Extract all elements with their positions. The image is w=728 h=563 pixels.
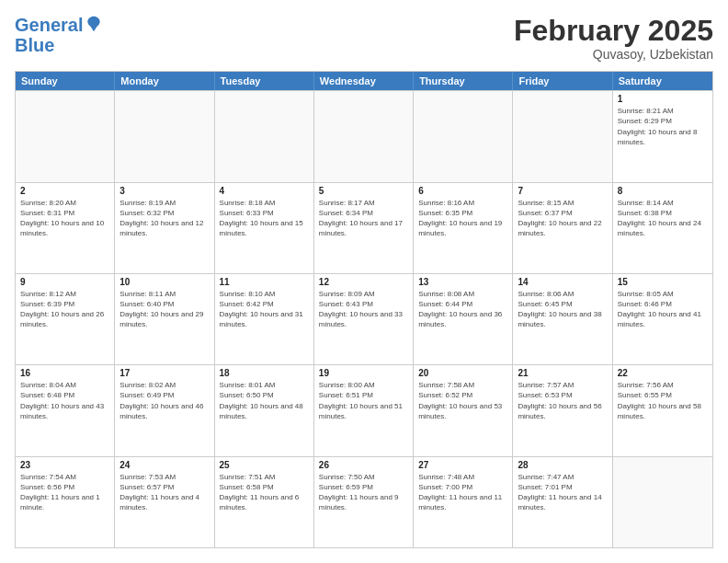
day-cell-empty-0-4 xyxy=(414,91,513,181)
day-cell-16: 16Sunrise: 8:04 AM Sunset: 6:48 PM Dayli… xyxy=(16,365,115,455)
calendar-row-4: 23Sunrise: 7:54 AM Sunset: 6:56 PM Dayli… xyxy=(16,456,712,547)
day-info: Sunrise: 7:58 AM Sunset: 6:52 PM Dayligh… xyxy=(418,380,507,421)
calendar-subtitle: Quvasoy, Uzbekistan xyxy=(514,47,713,62)
day-cell-28: 28Sunrise: 7:47 AM Sunset: 7:01 PM Dayli… xyxy=(513,457,612,547)
day-number: 14 xyxy=(518,277,607,287)
day-cell-20: 20Sunrise: 7:58 AM Sunset: 6:52 PM Dayli… xyxy=(414,365,513,455)
day-info: Sunrise: 7:50 AM Sunset: 6:59 PM Dayligh… xyxy=(319,472,408,513)
day-number: 10 xyxy=(119,277,209,287)
day-info: Sunrise: 8:21 AM Sunset: 6:29 PM Dayligh… xyxy=(618,106,708,147)
day-info: Sunrise: 8:02 AM Sunset: 6:49 PM Dayligh… xyxy=(119,380,209,421)
day-number: 21 xyxy=(518,368,607,378)
header: General Blue February 2025 Quvasoy, Uzbe… xyxy=(15,15,713,62)
day-number: 4 xyxy=(220,186,309,196)
day-number: 17 xyxy=(119,368,209,378)
day-cell-2: 2Sunrise: 8:20 AM Sunset: 6:31 PM Daylig… xyxy=(16,183,115,273)
day-cell-12: 12Sunrise: 8:09 AM Sunset: 6:43 PM Dayli… xyxy=(314,274,414,364)
day-number: 6 xyxy=(418,186,507,196)
day-header-monday: Monday xyxy=(115,72,214,90)
calendar-body: 1Sunrise: 8:21 AM Sunset: 6:29 PM Daylig… xyxy=(16,90,712,547)
day-number: 27 xyxy=(418,460,507,470)
day-cell-23: 23Sunrise: 7:54 AM Sunset: 6:56 PM Dayli… xyxy=(16,457,115,547)
logo-icon xyxy=(85,15,103,33)
day-info: Sunrise: 8:14 AM Sunset: 6:38 PM Dayligh… xyxy=(618,198,708,239)
calendar-row-1: 2Sunrise: 8:20 AM Sunset: 6:31 PM Daylig… xyxy=(16,182,712,273)
day-info: Sunrise: 8:17 AM Sunset: 6:34 PM Dayligh… xyxy=(319,198,408,239)
day-cell-26: 26Sunrise: 7:50 AM Sunset: 6:59 PM Dayli… xyxy=(314,457,414,547)
day-info: Sunrise: 8:09 AM Sunset: 6:43 PM Dayligh… xyxy=(319,289,408,330)
day-cell-13: 13Sunrise: 8:08 AM Sunset: 6:44 PM Dayli… xyxy=(414,274,513,364)
day-info: Sunrise: 8:10 AM Sunset: 6:42 PM Dayligh… xyxy=(220,289,309,330)
day-cell-17: 17Sunrise: 8:02 AM Sunset: 6:49 PM Dayli… xyxy=(115,365,214,455)
day-cell-19: 19Sunrise: 8:00 AM Sunset: 6:51 PM Dayli… xyxy=(314,365,414,455)
logo-text-line2: Blue xyxy=(15,35,54,55)
page: General Blue February 2025 Quvasoy, Uzbe… xyxy=(0,0,728,563)
day-info: Sunrise: 8:04 AM Sunset: 6:48 PM Dayligh… xyxy=(20,380,109,421)
day-number: 11 xyxy=(220,277,309,287)
day-cell-empty-0-0 xyxy=(16,91,115,181)
day-number: 7 xyxy=(518,186,607,196)
day-number: 26 xyxy=(319,460,408,470)
day-number: 1 xyxy=(618,94,708,104)
day-number: 20 xyxy=(418,368,507,378)
day-cell-14: 14Sunrise: 8:06 AM Sunset: 6:45 PM Dayli… xyxy=(513,274,612,364)
day-cell-empty-0-1 xyxy=(115,91,214,181)
day-number: 16 xyxy=(20,368,109,378)
day-cell-5: 5Sunrise: 8:17 AM Sunset: 6:34 PM Daylig… xyxy=(314,183,414,273)
day-number: 19 xyxy=(319,368,408,378)
day-info: Sunrise: 8:15 AM Sunset: 6:37 PM Dayligh… xyxy=(518,198,607,239)
day-number: 8 xyxy=(618,186,708,196)
day-number: 24 xyxy=(119,460,209,470)
day-header-wednesday: Wednesday xyxy=(314,72,414,90)
day-cell-empty-4-6 xyxy=(613,457,712,547)
day-cell-empty-0-2 xyxy=(215,91,314,181)
day-number: 2 xyxy=(20,186,109,196)
day-cell-10: 10Sunrise: 8:11 AM Sunset: 6:40 PM Dayli… xyxy=(115,274,214,364)
day-number: 3 xyxy=(119,186,209,196)
day-info: Sunrise: 8:05 AM Sunset: 6:46 PM Dayligh… xyxy=(618,289,708,330)
day-cell-15: 15Sunrise: 8:05 AM Sunset: 6:46 PM Dayli… xyxy=(613,274,712,364)
day-header-sunday: Sunday xyxy=(16,72,115,90)
calendar: SundayMondayTuesdayWednesdayThursdayFrid… xyxy=(15,71,713,548)
day-info: Sunrise: 7:51 AM Sunset: 6:58 PM Dayligh… xyxy=(220,472,309,513)
day-number: 25 xyxy=(220,460,309,470)
day-cell-6: 6Sunrise: 8:16 AM Sunset: 6:35 PM Daylig… xyxy=(414,183,513,273)
day-number: 13 xyxy=(418,277,507,287)
calendar-header: SundayMondayTuesdayWednesdayThursdayFrid… xyxy=(16,72,712,90)
day-number: 23 xyxy=(20,460,109,470)
day-info: Sunrise: 7:53 AM Sunset: 6:57 PM Dayligh… xyxy=(119,472,209,513)
day-info: Sunrise: 8:00 AM Sunset: 6:51 PM Dayligh… xyxy=(319,380,408,421)
day-info: Sunrise: 7:54 AM Sunset: 6:56 PM Dayligh… xyxy=(20,472,109,513)
day-header-thursday: Thursday xyxy=(414,72,513,90)
day-info: Sunrise: 8:18 AM Sunset: 6:33 PM Dayligh… xyxy=(220,198,309,239)
day-cell-empty-0-5 xyxy=(513,91,612,181)
day-number: 5 xyxy=(319,186,408,196)
day-header-tuesday: Tuesday xyxy=(215,72,314,90)
calendar-title: February 2025 xyxy=(514,15,713,47)
day-cell-4: 4Sunrise: 8:18 AM Sunset: 6:33 PM Daylig… xyxy=(215,183,314,273)
day-number: 28 xyxy=(518,460,607,470)
day-number: 22 xyxy=(618,368,708,378)
day-info: Sunrise: 8:08 AM Sunset: 6:44 PM Dayligh… xyxy=(418,289,507,330)
logo-text-line1: General xyxy=(15,15,83,35)
day-cell-11: 11Sunrise: 8:10 AM Sunset: 6:42 PM Dayli… xyxy=(215,274,314,364)
calendar-row-3: 16Sunrise: 8:04 AM Sunset: 6:48 PM Dayli… xyxy=(16,364,712,455)
day-cell-9: 9Sunrise: 8:12 AM Sunset: 6:39 PM Daylig… xyxy=(16,274,115,364)
day-number: 9 xyxy=(20,277,109,287)
day-info: Sunrise: 8:01 AM Sunset: 6:50 PM Dayligh… xyxy=(220,380,309,421)
day-info: Sunrise: 8:16 AM Sunset: 6:35 PM Dayligh… xyxy=(418,198,507,239)
day-cell-7: 7Sunrise: 8:15 AM Sunset: 6:37 PM Daylig… xyxy=(513,183,612,273)
day-cell-21: 21Sunrise: 7:57 AM Sunset: 6:53 PM Dayli… xyxy=(513,365,612,455)
day-info: Sunrise: 7:47 AM Sunset: 7:01 PM Dayligh… xyxy=(518,472,607,513)
day-number: 18 xyxy=(220,368,309,378)
day-info: Sunrise: 7:48 AM Sunset: 7:00 PM Dayligh… xyxy=(418,472,507,513)
day-info: Sunrise: 7:56 AM Sunset: 6:55 PM Dayligh… xyxy=(618,380,708,421)
day-cell-8: 8Sunrise: 8:14 AM Sunset: 6:38 PM Daylig… xyxy=(613,183,712,273)
day-header-friday: Friday xyxy=(513,72,612,90)
day-info: Sunrise: 7:57 AM Sunset: 6:53 PM Dayligh… xyxy=(518,380,607,421)
day-number: 12 xyxy=(319,277,408,287)
day-info: Sunrise: 8:12 AM Sunset: 6:39 PM Dayligh… xyxy=(20,289,109,330)
calendar-row-0: 1Sunrise: 8:21 AM Sunset: 6:29 PM Daylig… xyxy=(16,90,712,181)
day-info: Sunrise: 8:06 AM Sunset: 6:45 PM Dayligh… xyxy=(518,289,607,330)
day-cell-24: 24Sunrise: 7:53 AM Sunset: 6:57 PM Dayli… xyxy=(115,457,214,547)
